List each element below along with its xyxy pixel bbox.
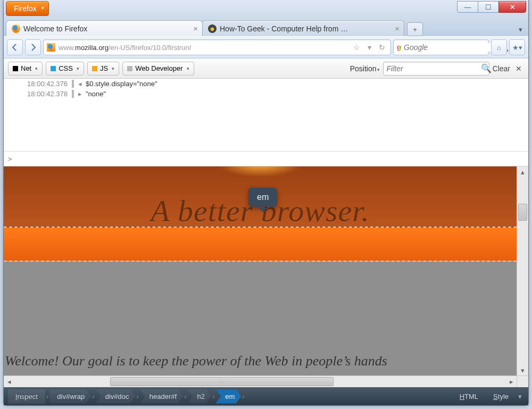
scroll-right-icon[interactable]: ▸ [506,376,517,387]
search-bar[interactable]: ▾ 🔍 [393,39,489,55]
console-output: 18:00:42.376 ◂ $0.style.display="none" 1… [4,79,528,166]
filter-search-icon[interactable]: 🔍 [481,63,492,73]
css-button[interactable]: CSS [46,62,84,76]
close-window-button[interactable]: ✕ [498,1,526,13]
tab-title: Welcome to Firefox [23,24,87,33]
close-tab-icon[interactable]: × [193,24,198,32]
close-tab-icon[interactable]: × [395,24,400,32]
firefox-icon [12,24,20,33]
output-arrow-icon: ▸ [78,90,86,98]
style-panel-button[interactable]: Style [486,389,516,404]
js-button[interactable]: JS [87,62,119,76]
firefox-window: Firefox — ☐ ✕ Welcome to Firefox × ☻ How… [3,0,529,406]
breadcrumb-item[interactable]: header#f [140,389,183,404]
bookmark-star-icon[interactable]: ☆ [351,43,362,52]
square-icon [51,66,56,71]
navigation-toolbar: www.mozilla.org/en-US/firefox/10.0/first… [4,36,528,59]
welcome-text: Welcome! Our goal is to keep the power o… [4,353,517,369]
inspector-tooltip: em [248,188,277,207]
url-bar[interactable]: www.mozilla.org/en-US/firefox/10.0/first… [43,39,391,55]
site-identity-icon[interactable] [47,43,55,52]
square-icon [92,66,97,71]
console-code: $0.style.display="none" [86,80,157,88]
search-input[interactable] [404,43,498,52]
titlebar[interactable]: Firefox — ☐ ✕ [4,0,528,17]
position-dropdown[interactable]: Position [350,64,380,73]
page-content[interactable]: A better browser. Welcome! Our goal is t… [4,166,517,375]
tab-howtogeek[interactable]: ☻ How-To Geek - Computer Help from … × [202,20,404,36]
new-tab-button[interactable]: + [407,22,423,36]
highlight-band [4,228,517,262]
breadcrumb-item[interactable]: div#wrap [49,389,91,404]
scroll-left-icon[interactable]: ◂ [4,376,14,387]
inspector-dropdown-icon[interactable]: ▾ [516,393,524,400]
console-line: 18:00:42.376 ◂ $0.style.display="none" [4,79,528,89]
window-controls: — ☐ ✕ [458,1,526,13]
html-panel-button[interactable]: HTML [452,389,486,404]
inspect-button[interactable]: Inspect [8,389,45,404]
tab-title: How-To Geek - Computer Help from … [220,24,348,33]
breadcrumb-item-active[interactable]: em [215,389,241,404]
tab-strip: Welcome to Firefox × ☻ How-To Geek - Com… [4,17,528,36]
square-icon [13,66,18,71]
console-line: 18:00:42.378 ▸ "none" [4,89,528,99]
vertical-scrollbar[interactable]: ▴ ▾ [517,166,528,375]
inspector-bottom-bar: Inspect › div#wrap › div#doc › header#f … [4,387,528,405]
clear-button[interactable]: Clear [493,64,510,73]
breadcrumb-item[interactable]: div#doc [96,389,136,404]
scroll-thumb[interactable]: ∙∙∙ [110,377,334,386]
breadcrumb-item[interactable]: h2 [187,389,211,404]
dev-toolbar: Net CSS JS Web Developer Position 🔍 Clea… [4,59,528,79]
filter-box[interactable]: 🔍 [383,62,489,76]
maximize-button[interactable]: ☐ [478,1,499,13]
tab-welcome[interactable]: Welcome to Firefox × [6,20,203,36]
page-content-viewport: A better browser. Welcome! Our goal is t… [4,166,528,387]
scroll-thumb[interactable] [518,204,527,221]
filter-input[interactable] [387,64,481,73]
page-body-band: Welcome! Our goal is to keep the power o… [4,262,517,375]
home-button[interactable]: ⌂ [491,39,507,55]
timestamp: 18:00:42.378 [6,90,74,98]
url-text: www.mozilla.org/en-US/firefox/10.0/first… [59,43,348,52]
tab-list-dropdown[interactable]: ▾ [514,22,526,36]
scroll-corner [517,375,528,387]
square-icon [127,66,132,71]
reload-icon[interactable]: ↻ [377,43,387,52]
htg-icon: ☻ [208,24,217,33]
firefox-logo-glow [218,166,303,177]
console-prompt[interactable]: > [4,151,528,166]
history-dropdown-icon[interactable]: ▾ [365,43,373,52]
devtools-close-icon[interactable]: ✕ [513,64,524,73]
scroll-down-icon[interactable]: ▾ [517,365,528,375]
scroll-up-icon[interactable]: ▴ [517,166,528,177]
back-button[interactable] [7,39,23,55]
net-button[interactable]: Net [8,62,43,76]
minimize-button[interactable]: — [457,1,478,13]
input-arrow-icon: ◂ [78,80,86,88]
web-developer-button[interactable]: Web Developer [122,62,194,76]
console-code: "none" [86,90,106,98]
forward-button[interactable] [25,39,41,55]
bookmarks-menu-button[interactable]: ★▾ [509,39,525,55]
firefox-menu-button[interactable]: Firefox [6,1,49,16]
timestamp: 18:00:42.376 [6,80,74,88]
horizontal-scrollbar[interactable]: ◂ ∙∙∙ ▸ [4,375,517,387]
